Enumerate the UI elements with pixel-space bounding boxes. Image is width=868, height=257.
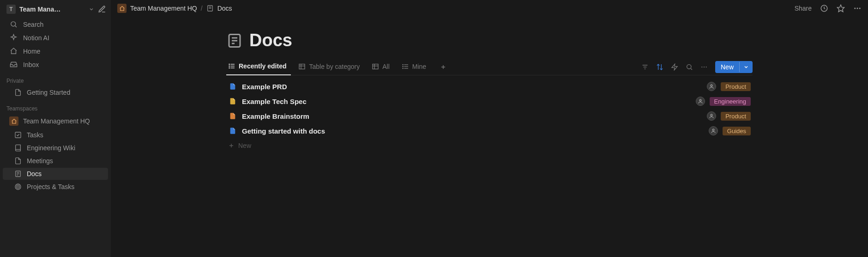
doc-page-icon	[228, 83, 237, 90]
home-icon	[9, 47, 18, 55]
star-icon[interactable]	[837, 4, 845, 12]
sidebar-item-home[interactable]: Home	[3, 45, 108, 57]
sidebar-item-label: Home	[23, 48, 40, 55]
views-row: Recently edited Table by category All Mi…	[226, 59, 753, 75]
sort-icon[interactable]	[656, 63, 663, 71]
list-icon	[228, 62, 235, 70]
clock-icon[interactable]	[820, 4, 828, 12]
sidebar-item-label: Projects & Tasks	[27, 183, 74, 190]
svg-line-47	[691, 68, 692, 70]
avatar	[707, 82, 716, 91]
sidebar-item-docs[interactable]: Docs	[3, 168, 108, 180]
add-view-button[interactable]	[436, 60, 450, 74]
doc-page-icon	[228, 112, 237, 120]
svg-line-1	[15, 26, 16, 27]
sidebar-item-search[interactable]: Search	[3, 18, 108, 31]
sidebar-item-label: Meetings	[27, 157, 53, 165]
table-actions: New	[641, 61, 753, 73]
sidebar-item-meetings[interactable]: Meetings	[3, 155, 108, 167]
sidebar-teamspace[interactable]: Team Management HQ	[3, 114, 108, 128]
doc-row[interactable]: Getting started with docsGuides	[226, 123, 753, 138]
svg-rect-31	[373, 64, 378, 69]
teamspace-home-icon	[9, 116, 18, 126]
page-lines-icon	[226, 32, 243, 49]
new-row-button[interactable]: New	[226, 138, 753, 153]
chevron-down-icon[interactable]	[739, 62, 753, 72]
svg-marker-45	[672, 64, 677, 70]
view-tab-label: Recently edited	[239, 62, 286, 70]
sidebar-item-label: Getting Started	[27, 89, 70, 96]
doc-page-icon	[228, 127, 237, 135]
breadcrumb-root[interactable]: Team Management HQ	[130, 5, 197, 12]
doc-row[interactable]: Example BrainstormProduct	[226, 109, 753, 123]
page-title[interactable]: Docs	[249, 31, 292, 50]
avatar	[696, 97, 705, 106]
view-tab-label: All	[382, 63, 390, 70]
search-icon[interactable]	[686, 63, 693, 71]
list-icon	[402, 63, 409, 70]
topbar: Team Management HQ / Docs Share	[111, 0, 868, 17]
svg-rect-2	[15, 132, 21, 138]
doc-row[interactable]: Example PRDProduct	[226, 79, 753, 94]
new-row-label: New	[238, 142, 251, 149]
svg-point-15	[854, 8, 856, 9]
view-tab-label: Mine	[412, 63, 426, 70]
section-private: Private	[0, 71, 111, 86]
target-icon	[14, 183, 22, 190]
sidebar-item-tasks[interactable]: Tasks	[3, 129, 108, 141]
doc-meta: Engineering	[696, 97, 751, 106]
avatar	[707, 111, 716, 121]
sidebar-item-label: Tasks	[27, 131, 43, 139]
category-tag: Product	[721, 82, 751, 91]
section-teamspaces: Teamspaces	[0, 99, 111, 114]
page-lines-icon	[14, 170, 22, 177]
view-tab-recent[interactable]: Recently edited	[226, 59, 291, 75]
sidebar-item-ai[interactable]: Notion AI	[3, 31, 108, 44]
share-button[interactable]: Share	[795, 5, 812, 12]
bolt-icon[interactable]	[671, 63, 678, 71]
svg-point-53	[711, 114, 712, 116]
page-lines-icon	[206, 5, 214, 12]
doc-page-icon	[228, 98, 237, 105]
svg-point-52	[699, 99, 701, 101]
workspace-name: Team Mana…	[19, 6, 84, 13]
more-icon[interactable]	[853, 4, 862, 12]
page-icon	[14, 157, 22, 165]
svg-point-49	[704, 66, 705, 67]
breadcrumb: Team Management HQ / Docs	[117, 4, 232, 13]
top-actions: Share	[795, 4, 862, 12]
sidebar-item-projects[interactable]: Projects & Tasks	[3, 181, 108, 193]
new-button[interactable]: New	[715, 61, 753, 73]
sidebar-item-inbox[interactable]: Inbox	[3, 58, 108, 71]
svg-point-54	[712, 129, 714, 131]
view-tab-all[interactable]: All	[370, 59, 394, 75]
page-header: Docs	[226, 31, 753, 59]
sidebar: T Team Mana… Search Notion AI Home Inbox…	[0, 0, 111, 257]
doc-row[interactable]: Example Tech SpecEngineering	[226, 94, 753, 109]
view-tab-mine[interactable]: Mine	[400, 59, 431, 75]
compose-icon[interactable]	[98, 5, 106, 13]
svg-point-46	[687, 64, 691, 68]
svg-point-27	[229, 67, 229, 68]
teamspace-home-icon[interactable]	[117, 4, 127, 13]
svg-point-48	[701, 66, 702, 67]
workspace-switcher[interactable]: T Team Mana…	[0, 3, 111, 18]
filter-icon[interactable]	[641, 63, 649, 71]
doc-meta: Product	[707, 111, 751, 121]
sidebar-item-wiki[interactable]: Engineering Wiki	[3, 142, 108, 154]
svg-rect-28	[299, 64, 305, 69]
view-tab-bycat[interactable]: Table by category	[296, 59, 364, 75]
doc-title: Example Brainstorm	[242, 112, 707, 120]
svg-point-17	[859, 8, 861, 9]
sidebar-item-getting-started[interactable]: Getting Started	[3, 86, 108, 98]
breadcrumb-current[interactable]: Docs	[217, 5, 232, 12]
main: Team Management HQ / Docs Share Do	[111, 0, 868, 257]
doc-title: Getting started with docs	[242, 127, 709, 135]
svg-point-0	[11, 22, 15, 26]
doc-list: Example PRDProductExample Tech SpecEngin…	[226, 75, 753, 138]
svg-point-26	[229, 66, 229, 66]
category-tag: Guides	[723, 127, 751, 135]
doc-title: Example PRD	[242, 83, 707, 91]
svg-marker-14	[838, 5, 844, 12]
more-icon[interactable]	[700, 63, 708, 71]
